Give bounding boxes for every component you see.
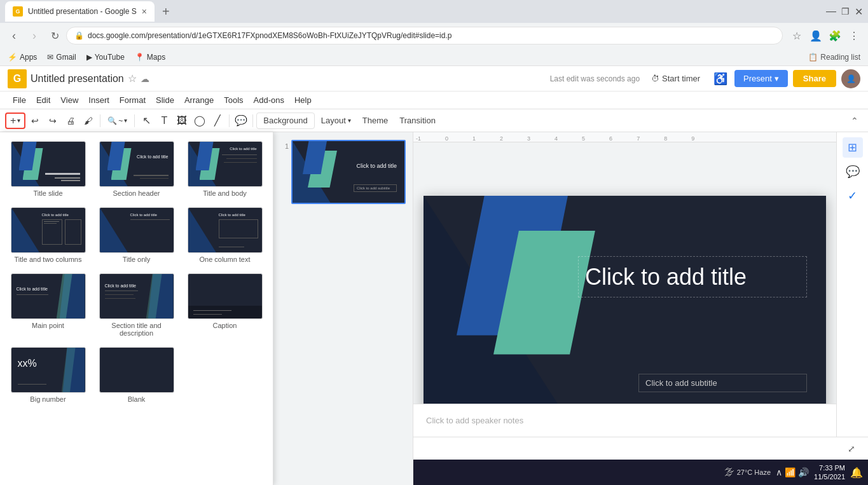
layout-item-section-title-desc[interactable]: Click to add title Section title and des… xyxy=(95,271,178,339)
layout-label-caption: Caption xyxy=(213,322,237,329)
star-icon[interactable]: ☆ xyxy=(128,72,137,85)
share-btn[interactable]: Share xyxy=(793,70,836,87)
sidebar-tasks-icon[interactable]: ✓ xyxy=(843,186,863,206)
app-logo-letter: G xyxy=(13,73,21,85)
comment-btn[interactable]: 💬 xyxy=(233,113,249,129)
tab-favicon: G xyxy=(13,6,23,17)
minimize-icon[interactable]: — xyxy=(826,6,836,17)
accessibility-icon[interactable]: ♿ xyxy=(712,70,729,88)
extensions-icon[interactable]: 🧩 xyxy=(826,27,844,44)
chevron-up-icon[interactable]: ∧ xyxy=(776,467,782,477)
slide-canvas[interactable]: Click to add title Click to add subtitle xyxy=(424,196,826,432)
redo-btn[interactable]: ↪ xyxy=(45,113,61,129)
menu-addons[interactable]: Add-ons xyxy=(249,94,289,106)
sidebar-comments-icon[interactable]: 💬 xyxy=(843,161,863,182)
present-btn[interactable]: Present ▾ xyxy=(734,70,788,87)
back-btn[interactable]: ‹ xyxy=(5,27,23,44)
close-window-icon[interactable]: ✕ xyxy=(855,6,863,18)
bookmark-gmail[interactable]: ✉ Gmail xyxy=(47,53,76,62)
start-timer-btn[interactable]: ⏱ Start timer xyxy=(645,70,706,87)
address-bar[interactable]: 🔒 docs.google.com/presentation/d/1eGTXE6… xyxy=(66,27,783,44)
menu-slide[interactable]: Slide xyxy=(151,94,179,106)
menu-view[interactable]: View xyxy=(55,94,83,106)
bookmark-youtube[interactable]: ▶ YouTube xyxy=(86,53,125,62)
shape-tool[interactable]: ◯ xyxy=(191,113,208,129)
layout-item-caption[interactable]: Caption xyxy=(183,271,266,339)
slide-title-area[interactable]: Click to add title xyxy=(578,256,807,297)
menu-help[interactable]: Help xyxy=(289,94,317,106)
layout-item-big-number[interactable]: xx% Big number xyxy=(6,345,90,406)
slide-subtitle-area[interactable]: Click to add subtitle xyxy=(638,374,807,392)
menu-insert[interactable]: Insert xyxy=(83,94,114,106)
background-btn[interactable]: Background xyxy=(256,113,314,129)
new-tab-btn[interactable]: + xyxy=(160,4,172,19)
menu-arrange[interactable]: Arrange xyxy=(179,94,219,106)
print-btn[interactable]: 🖨 xyxy=(62,113,79,129)
layout-item-title-body[interactable]: Click to add title Title and body xyxy=(183,139,266,200)
layout-panel: Title slide Click to add title Section h… xyxy=(0,132,273,485)
forward-btn[interactable]: › xyxy=(25,27,43,44)
menu-format[interactable]: Format xyxy=(114,94,151,106)
maximize-icon[interactable]: ❐ xyxy=(841,6,850,17)
tab-title: Untitled presentation - Google S xyxy=(28,7,137,16)
ruler-horizontal: -1 0 1 2 3 4 5 6 7 8 9 xyxy=(413,132,836,142)
line-tool[interactable]: ╱ xyxy=(209,113,226,129)
notes-placeholder-text[interactable]: Click to add speaker notes xyxy=(426,416,523,425)
browser-tab[interactable]: G Untitled presentation - Google S × xyxy=(5,1,155,22)
network-icon[interactable]: 📶 xyxy=(785,467,796,477)
cursor-tool[interactable]: ↖ xyxy=(138,113,155,129)
refresh-btn[interactable]: ↻ xyxy=(46,27,64,44)
layout-item-main-point[interactable]: Click to add title Main point xyxy=(6,271,90,339)
layout-item-section-header[interactable]: Click to add title Section header xyxy=(95,139,178,200)
sidebar-explore-icon[interactable]: ⊞ xyxy=(843,137,863,158)
notification-icon[interactable]: 🔔 xyxy=(850,467,863,479)
slides-panel: 1 Click to add title Click to add subtit… xyxy=(273,132,413,485)
bookmark-apps[interactable]: ⚡ Apps xyxy=(8,53,37,62)
layout-thumb-title-slide xyxy=(11,141,86,187)
menu-tools[interactable]: Tools xyxy=(219,94,248,106)
collapse-toolbar-btn[interactable]: ⌃ xyxy=(846,113,863,129)
slide-subtitle-text: Click to add subtitle xyxy=(645,378,800,388)
speaker-notes-area: Click to add speaker notes xyxy=(413,404,836,437)
profile-icon[interactable]: 👤 xyxy=(807,27,825,44)
menu-edit[interactable]: Edit xyxy=(31,94,55,106)
layout-thumb-title-body: Click to add title xyxy=(188,141,263,187)
slide-thumb-row: 1 Click to add title Click to add subtit… xyxy=(276,137,410,207)
layout-item-title-two-cols[interactable]: Click to add title Title and two columns xyxy=(6,205,90,266)
expand-notes-btn[interactable]: ⤢ xyxy=(843,441,860,456)
slide-thumb-1[interactable]: Click to add title Click to add subtitle xyxy=(291,140,406,204)
theme-btn[interactable]: Theme xyxy=(357,113,393,129)
reading-list-btn[interactable]: 📋 Reading list xyxy=(808,53,860,62)
browser-title-bar: G Untitled presentation - Google S × + —… xyxy=(0,0,868,23)
bookmark-star-icon[interactable]: ☆ xyxy=(788,27,806,44)
layout-label-title-only: Title only xyxy=(123,256,151,263)
layout-label-section-header: Section header xyxy=(113,189,160,197)
menu-dots-icon[interactable]: ⋮ xyxy=(845,27,863,44)
toolbar: + ▾ ↩ ↪ 🖨 🖌 🔍 ~ ▾ ↖ T 🖼 ◯ ╱ 💬 Background… xyxy=(0,109,868,132)
profile-avatar[interactable]: 👤 xyxy=(841,69,860,88)
bookmark-maps[interactable]: 📍 Maps xyxy=(135,53,165,62)
system-icons: ∧ 📶 🔊 xyxy=(776,467,809,477)
layout-item-title-only[interactable]: Click to add title Title only xyxy=(95,205,178,266)
zoom-ctrl[interactable]: 🔍 ~ ▾ xyxy=(104,113,131,129)
weather-icon: 🌫 xyxy=(724,467,734,478)
layout-label-blank: Blank xyxy=(128,395,146,403)
volume-icon[interactable]: 🔊 xyxy=(798,467,809,477)
taskbar-right-area: 🌫 27°C Haze ∧ 📶 🔊 7:33 PM 11/5/2021 🔔 xyxy=(724,463,863,482)
text-tool[interactable]: T xyxy=(156,113,172,129)
layout-item-one-col[interactable]: Click to add title One column text xyxy=(183,205,266,266)
paint-format-btn[interactable]: 🖌 xyxy=(80,113,97,129)
transition-btn[interactable]: Transition xyxy=(394,113,441,129)
right-sidebar: ⊞ 💬 ✓ + xyxy=(836,132,868,485)
undo-btn[interactable]: ↩ xyxy=(27,113,43,129)
taskbar-time-date[interactable]: 7:33 PM 11/5/2021 xyxy=(814,463,845,482)
layout-label-title-body: Title and body xyxy=(203,189,247,197)
image-tool[interactable]: 🖼 xyxy=(174,113,190,129)
menu-file[interactable]: File xyxy=(8,94,31,106)
layout-item-title-slide[interactable]: Title slide xyxy=(6,139,90,200)
cloud-icon[interactable]: ☁ xyxy=(141,74,149,84)
tab-close-icon[interactable]: × xyxy=(142,6,147,17)
layout-item-blank[interactable]: Blank xyxy=(95,345,178,406)
add-slide-btn[interactable]: + ▾ xyxy=(5,113,25,129)
layout-btn[interactable]: Layout ▾ xyxy=(316,113,356,129)
